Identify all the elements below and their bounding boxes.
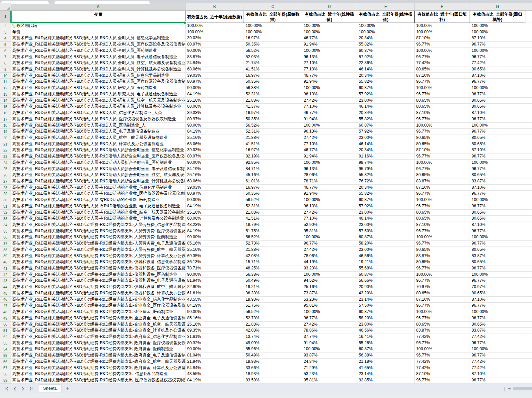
cell-F19[interactable]: 96.77% [415, 129, 470, 135]
cell-C34[interactable]: 18.79% [244, 222, 302, 228]
cell-D2[interactable]: 100.00% [302, 23, 357, 29]
cell-D12[interactable]: 100.00% [302, 85, 357, 91]
cell-B36[interactable]: 90.00% [186, 234, 244, 241]
cell-C14[interactable]: 21.88% [244, 98, 302, 104]
cell-C16[interactable]: 16.97% [244, 110, 302, 116]
cell-C32[interactable]: 21.88% [244, 210, 302, 216]
cell-A16[interactable]: 高技术产业_R&D及相关活动情况-R&D活动人员-R&D人员_信息化学品制造业_… [11, 110, 186, 116]
cell-B22[interactable]: 39.03% [186, 147, 244, 153]
cell-G47[interactable]: 96.77% [470, 303, 525, 309]
cell-A34[interactable]: 高技术产业_R&D及相关活动情况-R&D活动经费-R&D经费内部支出-人员劳务费… [11, 222, 186, 228]
cell-G42[interactable]: 100.00% [470, 272, 525, 278]
cell-B28[interactable]: 39.03% [186, 185, 244, 191]
cell-D39[interactable]: 78.06% [302, 253, 357, 259]
cell-D56[interactable]: 24.84% [302, 359, 357, 365]
cell-C49[interactable]: 52.73% [244, 315, 302, 322]
cell-G36[interactable]: 100.00% [470, 234, 525, 241]
cell-D46[interactable]: 53.23% [302, 297, 357, 303]
cell-E47[interactable]: 57.50% [357, 303, 415, 309]
cell-G43[interactable]: 96.77% [470, 278, 525, 284]
cell-A20[interactable]: 高技术产业_R&D及相关活动情况-R&D活动人员-R&D人员_航空、航天器及设备… [11, 135, 186, 141]
cell-G23[interactable]: 96.77% [470, 153, 525, 160]
row-header-39[interactable]: 39 [0, 253, 11, 259]
cell-D43[interactable]: 94.52% [302, 278, 357, 284]
cell-C17[interactable]: 50.35% [244, 116, 302, 123]
column-header-E[interactable]: E [357, 3, 415, 10]
cell-E31[interactable]: 57.92% [357, 203, 415, 210]
cell-F44[interactable]: 70.97% [415, 284, 470, 290]
row-header-20[interactable]: 20 [0, 135, 11, 141]
cell-A59[interactable]: 高技术产业_R&D及相关活动情况-R&D活动经费-R&D经费内部支出_医疗仪器设… [11, 377, 186, 384]
cell-C45[interactable]: 36.33% [244, 290, 302, 297]
cell-F4[interactable]: 87.10% [415, 35, 470, 42]
cell-F26[interactable]: 80.65% [415, 172, 470, 178]
row-header-30[interactable]: 30 [0, 197, 11, 203]
row-header-29[interactable]: 29 [0, 191, 11, 197]
cell-F47[interactable]: 96.77% [415, 303, 470, 309]
cell-E17[interactable]: 55.82% [357, 116, 415, 123]
cell-D10[interactable]: 46.77% [302, 73, 357, 79]
cell-B20[interactable]: 25.16% [186, 135, 244, 141]
cell-C3[interactable]: 100.00% [244, 29, 302, 36]
row-header-4[interactable]: 4 [0, 35, 11, 42]
cell-E34[interactable]: 23.00% [357, 222, 415, 228]
cell-D23[interactable]: 91.94% [302, 153, 357, 160]
cell-E45[interactable]: 43.20% [357, 290, 415, 297]
cell-E21[interactable]: 46.14% [357, 141, 415, 148]
cell-A55[interactable]: 高技术产业_R&D及相关活动情况-R&D活动经费-R&D经费内部支出-政府资金_… [11, 352, 186, 359]
cell-E50[interactable]: 23.00% [357, 322, 415, 328]
cell-B7[interactable]: 83.87% [186, 54, 244, 60]
cell-E14[interactable]: 23.00% [357, 98, 415, 104]
cell-D8[interactable]: 27.10% [302, 60, 357, 66]
cell-E53[interactable]: 55.26% [357, 340, 415, 347]
cell-B57[interactable]: 54.84% [186, 365, 244, 371]
cell-F22[interactable]: 87.10% [415, 147, 470, 153]
cell-G10[interactable]: 87.10% [470, 73, 525, 79]
cell-F1[interactable]: 有效值占比_近十年(回归填补) [415, 11, 470, 23]
cell-F9[interactable]: 80.65% [415, 66, 470, 73]
cell-D15[interactable]: 77.10% [302, 104, 357, 110]
cell-F14[interactable]: 80.65% [415, 98, 470, 104]
row-header-15[interactable]: 15 [0, 104, 11, 110]
row-header-8[interactable]: 8 [0, 60, 11, 66]
cell-E46[interactable]: 23.14% [357, 297, 415, 303]
cell-C12[interactable]: 56.38% [244, 85, 302, 91]
cell-E24[interactable]: 98.74% [357, 160, 415, 166]
cell-G22[interactable]: 87.10% [470, 147, 525, 153]
cell-D57[interactable]: 71.29% [302, 365, 357, 371]
cell-B24[interactable]: 90.00% [186, 160, 244, 166]
cell-D41[interactable]: 93.23% [302, 265, 357, 272]
cell-D59[interactable]: 95.81% [302, 377, 357, 384]
row-header-14[interactable]: 14 [0, 98, 11, 104]
cell-G49[interactable]: 96.77% [470, 315, 525, 322]
cell-C18[interactable]: 56.52% [244, 123, 302, 129]
cell-D20[interactable]: 27.42% [302, 135, 357, 141]
cell-B29[interactable]: 80.97% [186, 191, 244, 197]
cell-A5[interactable]: 高技术产业_R&D及相关活动情况-R&D活动人员-R&D人员-全时人员_医疗仪器… [11, 42, 186, 48]
cell-B44[interactable]: 22.90% [186, 284, 244, 290]
column-header-A[interactable]: A [11, 3, 186, 10]
cell-B18[interactable]: 90.00% [186, 123, 244, 129]
cell-C26[interactable]: 45.16% [244, 172, 302, 178]
row-header-33[interactable]: 33 [0, 216, 11, 222]
cell-D47[interactable]: 95.81% [302, 303, 357, 309]
cell-C38[interactable]: 21.88% [244, 247, 302, 253]
cell-E22[interactable]: 20.34% [357, 147, 415, 153]
cell-G54[interactable]: 100.00% [470, 346, 525, 352]
row-header-23[interactable]: 23 [0, 153, 11, 160]
cell-D58[interactable]: 53.23% [302, 371, 357, 377]
cell-G9[interactable]: 80.65% [470, 66, 525, 73]
cell-C7[interactable]: 52.03% [244, 54, 302, 60]
cell-B5[interactable]: 80.97% [186, 42, 244, 48]
cell-C50[interactable]: 21.88% [244, 322, 302, 328]
row-header-49[interactable]: 49 [0, 315, 11, 322]
cell-C59[interactable]: 83.59% [244, 377, 302, 384]
row-header-27[interactable]: 27 [0, 178, 11, 185]
column-header-C[interactable]: C [244, 3, 302, 10]
cell-A35[interactable]: 高技术产业_R&D及相关活动情况-R&D活动经费-R&D经费内部支出-人员劳务费… [11, 228, 186, 235]
cell-D52[interactable]: 37.74% [302, 334, 357, 340]
cell-F10[interactable]: 87.10% [415, 73, 470, 79]
cell-A19[interactable]: 高技术产业_R&D及相关活动情况-R&D活动人员-R&D人员_电子及通信设备制造… [11, 129, 186, 135]
cell-C37[interactable]: 52.73% [244, 241, 302, 247]
cell-D4[interactable]: 46.77% [302, 35, 357, 42]
